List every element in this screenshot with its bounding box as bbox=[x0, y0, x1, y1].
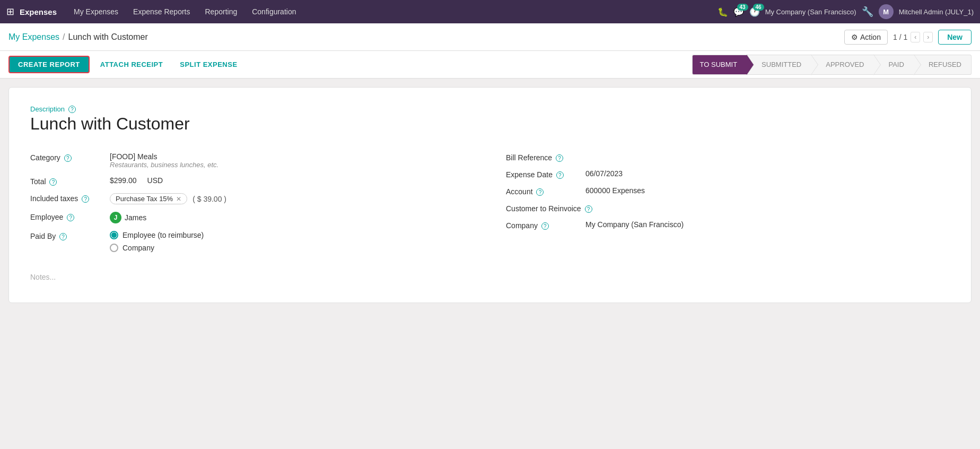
form-left-column: Category ? [FOOD] Meals Restaurants, bus… bbox=[30, 149, 474, 256]
total-label: Total ? bbox=[30, 176, 110, 186]
expense-date-help-icon[interactable]: ? bbox=[556, 171, 564, 179]
stage-to-submit-label: TO SUBMIT bbox=[700, 61, 738, 68]
employee-value: J James bbox=[110, 212, 146, 223]
notes-field[interactable]: Notes... bbox=[30, 269, 950, 281]
prev-record-button[interactable]: ‹ bbox=[911, 32, 920, 42]
bill-reference-label: Bill Reference ? bbox=[506, 152, 585, 162]
category-sub-value: Restaurants, business lunches, etc. bbox=[110, 161, 218, 169]
pager-text: 1 / 1 bbox=[893, 33, 907, 41]
description-help-icon[interactable]: ? bbox=[68, 106, 76, 113]
breadcrumb-current: Lunch with Customer bbox=[68, 32, 148, 42]
clock-icon[interactable]: 🕐 46 bbox=[749, 7, 760, 17]
nav-reporting[interactable]: Reporting bbox=[199, 5, 244, 18]
form-body: Category ? [FOOD] Meals Restaurants, bus… bbox=[30, 149, 950, 256]
bill-ref-help-icon[interactable]: ? bbox=[556, 154, 563, 162]
breadcrumb-parent[interactable]: My Expenses bbox=[8, 32, 59, 42]
paid-by-company-option[interactable]: Company bbox=[110, 244, 204, 252]
account-label: Account ? bbox=[506, 186, 585, 196]
breadcrumb: My Expenses / Lunch with Customer bbox=[8, 32, 844, 42]
grid-menu-icon[interactable]: ⊞ bbox=[6, 6, 14, 18]
nav-configuration[interactable]: Configuration bbox=[246, 5, 302, 18]
category-row: Category ? [FOOD] Meals Restaurants, bus… bbox=[30, 149, 474, 172]
employee-avatar: J bbox=[110, 212, 121, 223]
stage-submitted-label: SUBMITTED bbox=[762, 61, 801, 68]
tax-badge-label: Purchase Tax 15% bbox=[116, 195, 173, 203]
user-avatar[interactable]: M bbox=[879, 4, 894, 19]
customer-reinvoice-help-icon[interactable]: ? bbox=[585, 205, 592, 213]
stage-approved-label: APPROVED bbox=[826, 61, 864, 68]
breadcrumb-bar: My Expenses / Lunch with Customer ⚙ Acti… bbox=[0, 23, 980, 51]
category-value: [FOOD] Meals bbox=[110, 152, 218, 161]
chat-badge: 43 bbox=[737, 4, 748, 11]
topnav-right-area: 🐛 💬 43 🕐 46 My Company (San Francisco) 🔧… bbox=[718, 4, 974, 19]
tax-badge: Purchase Tax 15% ✕ bbox=[110, 193, 187, 204]
chat-icon[interactable]: 💬 43 bbox=[733, 7, 744, 17]
paid-by-help-icon[interactable]: ? bbox=[59, 233, 67, 240]
employee-help-icon[interactable]: ? bbox=[67, 214, 74, 221]
included-taxes-label: Included taxes ? bbox=[30, 193, 110, 203]
next-record-button[interactable]: › bbox=[923, 32, 933, 42]
taxes-help-icon[interactable]: ? bbox=[82, 195, 89, 203]
stage-submitted[interactable]: SUBMITTED bbox=[747, 55, 811, 75]
employee-name: James bbox=[125, 213, 146, 222]
expense-date-row: Expense Date ? 06/07/2023 bbox=[506, 166, 950, 183]
stage-to-submit[interactable]: TO SUBMIT bbox=[692, 55, 747, 75]
category-value-group: [FOOD] Meals Restaurants, business lunch… bbox=[110, 152, 218, 169]
total-value-group: $299.00 USD bbox=[110, 176, 163, 185]
breadcrumb-actions: ⚙ Action 1 / 1 ‹ › New bbox=[844, 30, 972, 45]
split-expense-button[interactable]: SPLIT EXPENSE bbox=[173, 57, 243, 72]
company-field-label: Company ? bbox=[506, 220, 585, 230]
account-row: Account ? 600000 Expenses bbox=[506, 183, 950, 200]
activity-badge: 46 bbox=[753, 4, 764, 11]
stage-approved[interactable]: APPROVED bbox=[811, 55, 873, 75]
customer-reinvoice-row: Customer to Reinvoice ? bbox=[506, 200, 950, 217]
form-right-column: Bill Reference ? Expense Date ? 06/07/20… bbox=[506, 149, 950, 256]
breadcrumb-separator: / bbox=[63, 32, 65, 42]
nav-my-expenses[interactable]: My Expenses bbox=[67, 5, 125, 18]
paid-by-employee-option[interactable]: Employee (to reimburse) bbox=[110, 231, 204, 239]
expense-form: Description ? Lunch with Customer Catego… bbox=[8, 87, 972, 303]
company-help-icon[interactable]: ? bbox=[541, 222, 549, 230]
stage-paid-label: PAID bbox=[888, 61, 904, 68]
nav-expense-reports[interactable]: Expense Reports bbox=[127, 5, 196, 18]
company-field-value: My Company (San Francisco) bbox=[585, 220, 684, 229]
main-content: Description ? Lunch with Customer Catego… bbox=[0, 79, 980, 312]
top-navigation: ⊞ Expenses My Expenses Expense Reports R… bbox=[0, 0, 980, 23]
username-label: Mitchell Admin (JULY_1) bbox=[899, 8, 974, 16]
company-row: Company ? My Company (San Francisco) bbox=[506, 217, 950, 234]
settings-icon[interactable]: 🔧 bbox=[862, 6, 873, 18]
category-help-icon[interactable]: ? bbox=[64, 154, 72, 162]
status-pipeline: TO SUBMIT SUBMITTED APPROVED PAID REFUSE… bbox=[692, 51, 972, 78]
account-help-icon[interactable]: ? bbox=[536, 188, 544, 196]
action-label: Action bbox=[860, 33, 881, 41]
radio-company-label: Company bbox=[122, 244, 154, 252]
radio-company-circle bbox=[110, 244, 118, 252]
bug-icon[interactable]: 🐛 bbox=[718, 7, 728, 17]
total-help-icon[interactable]: ? bbox=[49, 178, 57, 186]
expense-date-value: 06/07/2023 bbox=[585, 169, 623, 178]
stage-refused[interactable]: REFUSED bbox=[914, 55, 972, 75]
top-menu: My Expenses Expense Reports Reporting Co… bbox=[67, 5, 718, 18]
create-report-button[interactable]: CREATE REPORT bbox=[8, 56, 90, 73]
stage-refused-label: REFUSED bbox=[929, 61, 961, 68]
included-taxes-row: Included taxes ? Purchase Tax 15% ✕ ( $ … bbox=[30, 189, 474, 208]
tax-amount: ( $ 39.00 ) bbox=[192, 195, 226, 203]
total-amount: $299.00 bbox=[110, 176, 137, 185]
paid-by-label: Paid By ? bbox=[30, 231, 110, 240]
radio-employee-circle bbox=[110, 231, 118, 239]
taxes-value-group: Purchase Tax 15% ✕ ( $ 39.00 ) bbox=[110, 193, 226, 204]
tax-badge-remove[interactable]: ✕ bbox=[176, 195, 181, 203]
action-bar: CREATE REPORT ATTACH RECEIPT SPLIT EXPEN… bbox=[0, 51, 980, 79]
app-name[interactable]: Expenses bbox=[20, 7, 57, 16]
tax-paren-close: ) bbox=[224, 195, 226, 203]
action-button[interactable]: ⚙ Action bbox=[844, 30, 888, 45]
new-record-button[interactable]: New bbox=[938, 30, 972, 45]
total-row: Total ? $299.00 USD bbox=[30, 172, 474, 189]
paid-by-row: Paid By ? Employee (to reimburse) Compan… bbox=[30, 227, 474, 256]
category-label: Category ? bbox=[30, 152, 110, 162]
attach-receipt-button[interactable]: ATTACH RECEIPT bbox=[94, 57, 169, 72]
bill-reference-row: Bill Reference ? bbox=[506, 149, 950, 166]
employee-row: Employee ? J James bbox=[30, 208, 474, 227]
gear-icon: ⚙ bbox=[851, 33, 858, 41]
expense-title: Lunch with Customer bbox=[30, 114, 950, 134]
